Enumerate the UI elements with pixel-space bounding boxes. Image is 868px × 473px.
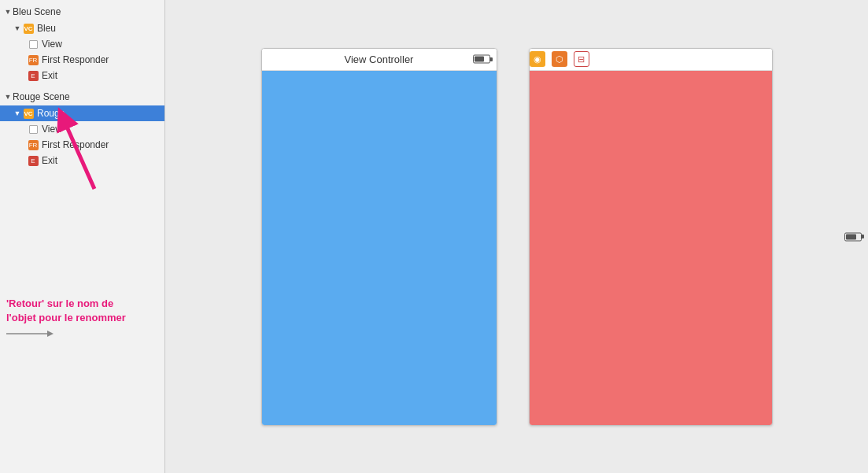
annotation-container: 'Retour' sur le nom de l'objet pour le r… bbox=[6, 297, 126, 339]
inspector-title-bar: ◉ ⬡ ⊟ bbox=[530, 49, 772, 71]
rouge-view-item[interactable]: View bbox=[0, 121, 164, 137]
rouge-fr-icon: FR bbox=[27, 139, 39, 150]
battery-fill bbox=[475, 57, 485, 62]
annotation-text: 'Retour' sur le nom de l'objet pour le r… bbox=[6, 297, 126, 325]
annotation-arrow bbox=[6, 328, 126, 339]
bleu-fr-icon: FR bbox=[27, 54, 39, 65]
rouge-exit-icon: E bbox=[27, 155, 39, 166]
blue-screen bbox=[262, 71, 497, 425]
red-screen bbox=[530, 71, 772, 425]
bleu-scene-header[interactable]: ▼ Bleu Scene bbox=[0, 3, 164, 20]
view-controller-title-bar: View Controller bbox=[262, 49, 497, 71]
bleu-scene-arrow: ▼ bbox=[3, 8, 13, 16]
rouge-vc-icon: VC bbox=[22, 108, 35, 119]
inspector-vc-icon[interactable]: ◉ bbox=[530, 51, 545, 67]
rouge-exit-label: Exit bbox=[42, 155, 57, 166]
rouge-exit-item[interactable]: E Exit bbox=[0, 153, 164, 168]
bleu-label: Bleu bbox=[37, 23, 56, 34]
rouge-arrow: ▼ bbox=[13, 109, 22, 117]
sidebar: ▼ Bleu Scene ▼ VC Bleu View FR First Res… bbox=[0, 0, 165, 473]
svg-marker-2 bbox=[47, 331, 54, 337]
rouge-item[interactable]: ▼ VC Rouge bbox=[0, 105, 164, 121]
inspector-fr-icon[interactable]: ⬡ bbox=[552, 51, 567, 67]
bleu-view-icon bbox=[27, 39, 39, 50]
bleu-exit-icon: E bbox=[27, 70, 39, 81]
rouge-scene-label: Rouge Scene bbox=[13, 91, 70, 102]
bleu-view-label: View bbox=[42, 39, 62, 50]
view-controller-title: View Controller bbox=[345, 54, 414, 65]
rouge-first-responder-item[interactable]: FR First Responder bbox=[0, 137, 164, 153]
battery-icon-blue bbox=[473, 55, 490, 64]
rouge-scene-header[interactable]: ▼ Rouge Scene bbox=[0, 88, 164, 105]
rouge-view-label: View bbox=[42, 124, 62, 135]
annotation-line1: 'Retour' sur le nom de bbox=[6, 297, 113, 309]
bleu-scene-label: Bleu Scene bbox=[13, 6, 61, 17]
bleu-item[interactable]: ▼ VC Bleu bbox=[0, 20, 164, 36]
rouge-view-icon bbox=[27, 124, 39, 135]
rouge-label: Rouge bbox=[37, 108, 65, 119]
blue-phone-mockup: View Controller bbox=[261, 48, 497, 426]
bleu-first-responder-item[interactable]: FR First Responder bbox=[0, 52, 164, 68]
bleu-exit-label: Exit bbox=[42, 70, 57, 81]
bleu-first-responder-label: First Responder bbox=[42, 54, 109, 65]
bleu-view-item[interactable]: View bbox=[0, 36, 164, 52]
inspector-exit-icon[interactable]: ⊟ bbox=[574, 51, 589, 67]
main-content: View Controller ◉ ⬡ ⊟ bbox=[165, 0, 868, 473]
bleu-exit-item[interactable]: E Exit bbox=[0, 68, 164, 83]
annotation-line2: l'objet pour le renommer bbox=[6, 312, 126, 323]
bleu-vc-icon: VC bbox=[22, 23, 35, 34]
red-phone-mockup: ◉ ⬡ ⊟ bbox=[529, 48, 773, 426]
rouge-scene-arrow: ▼ bbox=[3, 93, 13, 101]
rouge-first-responder-label: First Responder bbox=[42, 139, 109, 150]
bleu-arrow: ▼ bbox=[13, 24, 22, 32]
